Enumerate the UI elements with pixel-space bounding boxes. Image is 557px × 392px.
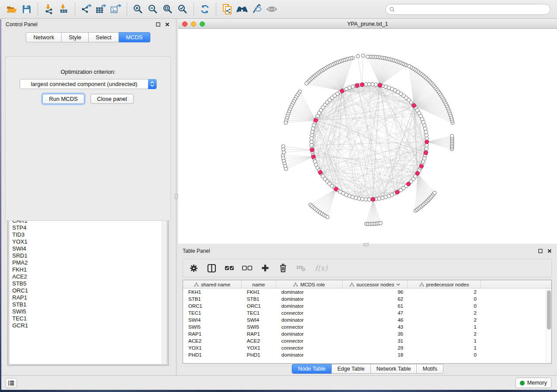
graph-node[interactable]	[356, 55, 360, 58]
table-row[interactable]: SWI4SWI4dominator462	[183, 316, 551, 323]
graph-node[interactable]	[284, 167, 288, 171]
graph-node[interactable]	[423, 127, 427, 130]
graph-node[interactable]	[425, 147, 428, 150]
close-panel-icon[interactable]	[547, 248, 553, 254]
add-row-icon[interactable]	[260, 263, 270, 273]
network-canvas[interactable]	[178, 29, 557, 244]
graph-node[interactable]	[364, 198, 367, 201]
graph-hub-node[interactable]	[424, 151, 428, 155]
graph-node[interactable]	[408, 65, 411, 68]
graph-hub-node[interactable]	[340, 89, 344, 93]
mcds-result-node[interactable]: PMA2	[12, 259, 167, 266]
settings-gear-icon[interactable]	[188, 263, 199, 273]
graph-hub-node[interactable]	[395, 190, 399, 194]
graph-hub-node[interactable]	[310, 148, 314, 152]
splitter-grip[interactable]	[175, 194, 178, 199]
table-row[interactable]: TEC1TEC1connector472	[183, 309, 551, 316]
graph-hub-node[interactable]	[318, 170, 322, 174]
graph-node[interactable]	[310, 140, 313, 144]
scrollbar-thumb[interactable]	[547, 290, 551, 330]
graph-node[interactable]	[425, 134, 428, 137]
deselect-all-icon[interactable]	[242, 263, 253, 273]
graph-hub-node[interactable]	[334, 187, 338, 191]
graph-node[interactable]	[384, 85, 387, 88]
toggle-columns-icon[interactable]	[206, 263, 217, 273]
column-header-successor-nodes[interactable]: successor nodes	[343, 280, 408, 289]
refresh-icon[interactable]	[197, 2, 212, 17]
graph-node[interactable]	[310, 144, 313, 147]
table-row[interactable]: RAP1RAP1dominator352	[183, 330, 551, 337]
graph-hub-node[interactable]	[412, 103, 416, 107]
graph-node[interactable]	[310, 134, 314, 137]
import-network-icon[interactable]	[42, 2, 56, 17]
graph-node[interactable]	[361, 54, 365, 58]
table-scrollbar[interactable]	[546, 289, 551, 363]
graph-hub-node[interactable]	[371, 197, 375, 201]
task-history-button[interactable]	[5, 378, 17, 388]
open-file-icon[interactable]	[4, 2, 19, 17]
tab-mcds[interactable]: MCDS	[119, 32, 150, 42]
mcds-result-node[interactable]: ORC1	[12, 287, 167, 294]
graph-hub-node[interactable]	[378, 83, 382, 87]
graph-node[interactable]	[310, 137, 313, 140]
graph-node[interactable]	[377, 197, 381, 200]
graph-node[interactable]	[357, 197, 361, 200]
table-row[interactable]: STB1STB1dominator620	[183, 296, 551, 303]
tab-motifs[interactable]: Motifs	[417, 364, 443, 374]
graph-hub-node[interactable]	[311, 155, 315, 159]
table-row[interactable]: FKH1FKH1dominator962	[183, 289, 551, 296]
graph-hub-node[interactable]	[360, 83, 364, 86]
function-builder-icon[interactable]: f(x)	[314, 263, 329, 273]
horizontal-splitter-grip[interactable]	[363, 243, 369, 246]
graph-node[interactable]	[450, 134, 454, 138]
graph-node[interactable]	[326, 215, 329, 219]
zoom-fit-icon[interactable]	[160, 2, 175, 17]
close-panel-button[interactable]: Close panel	[90, 94, 134, 104]
mcds-result-node[interactable]: TID3	[12, 231, 167, 238]
graph-hub-node[interactable]	[406, 182, 410, 186]
graph-node[interactable]	[351, 195, 354, 199]
graph-node[interactable]	[311, 127, 315, 130]
graph-hub-node[interactable]	[425, 140, 429, 144]
vertical-splitter[interactable]	[175, 19, 178, 375]
graph-node[interactable]	[282, 151, 286, 154]
mcds-result-node[interactable]: GCR1	[12, 322, 167, 329]
mcds-result-node[interactable]: TEC1	[12, 315, 167, 322]
network-from-clipboard-icon[interactable]	[220, 2, 235, 17]
tab-node-table[interactable]: Node Table	[292, 364, 332, 374]
close-panel-icon[interactable]	[164, 21, 170, 28]
graph-hub-node[interactable]	[415, 171, 419, 175]
mcds-result-node[interactable]: YOX1	[12, 238, 167, 245]
graph-node[interactable]	[354, 196, 357, 199]
graph-node[interactable]	[379, 221, 382, 225]
graph-hub-node[interactable]	[314, 118, 318, 122]
delete-row-icon[interactable]	[278, 263, 288, 273]
export-table-icon[interactable]	[93, 2, 108, 17]
mcds-result-node[interactable]: STB1	[12, 301, 167, 308]
mcds-result-node[interactable]: FKH1	[12, 266, 167, 273]
graph-node[interactable]	[367, 83, 371, 86]
mcds-result-node[interactable]: STP4	[12, 224, 167, 231]
graph-node[interactable]	[312, 124, 315, 127]
node-table[interactable]: shared namenameMCDS rolesuccessor nodesp…	[183, 280, 552, 364]
list-scrollbar[interactable]	[162, 209, 166, 364]
table-row[interactable]: YOX1YOX1connector291	[183, 344, 551, 351]
mcds-result-list[interactable]: PHD1CAR1STP4TID3YOX1SWI4SRD1PMA2FKH1ACE2…	[9, 208, 167, 364]
mcds-result-node[interactable]: STB5	[12, 280, 167, 287]
graph-node[interactable]	[424, 130, 428, 134]
select-all-icon[interactable]	[224, 263, 235, 273]
tab-network[interactable]: Network	[26, 32, 62, 42]
graph-node[interactable]	[381, 196, 384, 199]
search-box[interactable]	[385, 4, 550, 15]
mcds-result-node[interactable]: SWI4	[12, 245, 167, 252]
mcds-result-node[interactable]: RAP1	[12, 294, 167, 301]
float-panel-icon[interactable]	[155, 21, 161, 28]
zoom-out-icon[interactable]	[145, 2, 160, 17]
optimization-criterion-select[interactable]: largest connected component (undirected)	[20, 79, 157, 89]
column-header-predecessor-nodes[interactable]: predecessor nodes	[408, 280, 481, 289]
graph-node[interactable]	[433, 191, 436, 195]
tab-network-table[interactable]: Network Table	[371, 364, 417, 374]
memory-button[interactable]: Memory	[515, 378, 551, 388]
graph-hub-node[interactable]	[355, 83, 359, 87]
graph-node[interactable]	[367, 198, 371, 201]
